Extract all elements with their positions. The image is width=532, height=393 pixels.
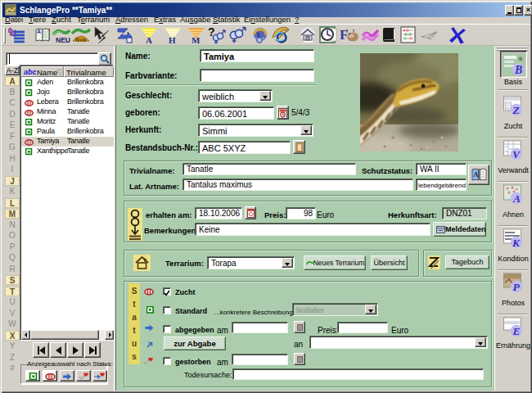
svg-text:M: M [192,35,201,44]
svg-text:NVa: NVa [75,37,86,43]
svg-text:E: E [512,325,521,337]
svg-text:K: K [512,237,521,249]
svg-text:A: A [37,29,41,34]
svg-text:Z: Z [512,104,520,116]
svg-text:F: F [340,27,348,43]
svg-text:B: B [514,64,522,76]
svg-text:P: P [513,281,521,293]
svg-text:V: V [512,148,521,160]
svg-text:A: A [146,35,152,44]
svg-text:A: A [473,171,478,178]
svg-text:NEU: NEU [56,36,70,44]
svg-text:A: A [512,192,521,205]
svg-text:H: H [169,35,176,44]
